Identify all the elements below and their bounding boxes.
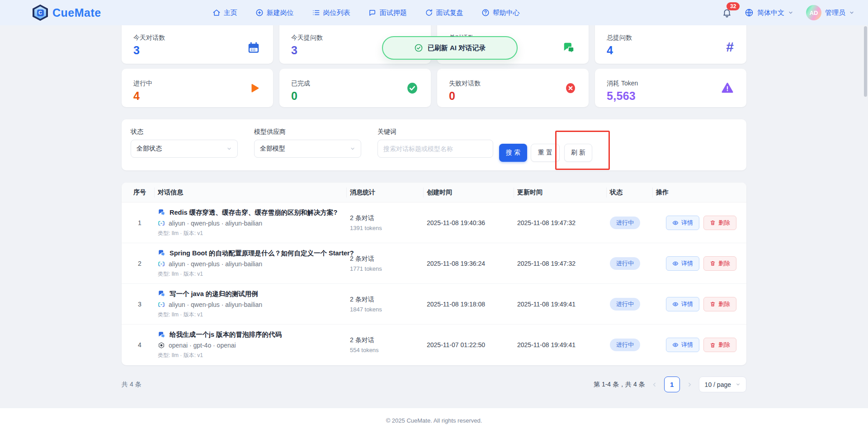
refresh-icon: [425, 9, 433, 17]
provider-filter-label: 模型供应商: [254, 128, 361, 136]
row-meta: 类型: llm · 版本: v1: [158, 352, 350, 359]
toast-notification: 已刷新 AI 对话记录: [382, 36, 518, 60]
home-icon: [212, 9, 221, 17]
nav-item-home[interactable]: 主页: [212, 9, 237, 17]
message-count: 2 条对话: [350, 296, 427, 304]
stat-value: 4: [133, 89, 261, 103]
toast-text: 已刷新 AI 对话记录: [428, 44, 486, 52]
detail-button[interactable]: 详情: [666, 216, 699, 230]
row-index: 2: [122, 243, 158, 283]
check-circle-icon: [406, 82, 418, 94]
cuemate-logo-icon: C: [33, 5, 48, 21]
total-count: 共 4 条: [122, 381, 142, 389]
page-footer: © 2025 CueMate. All rights reserved.: [0, 408, 868, 433]
token-count: 1771 tokens: [350, 265, 427, 272]
status-badge: 进行中: [610, 257, 640, 270]
play-icon: [249, 82, 260, 94]
aliyun-icon: [158, 301, 165, 308]
x-circle-icon: [565, 83, 576, 94]
next-page-button[interactable]: [686, 381, 693, 388]
eye-icon: [672, 301, 679, 307]
status-badge: 进行中: [610, 298, 640, 311]
detail-button[interactable]: 详情: [666, 297, 699, 311]
delete-button[interactable]: 删除: [703, 297, 736, 311]
row-index: 1: [122, 202, 158, 243]
table-row: 4 给我生成一个js 版本的冒泡排序的代码 openai · gpt-4o · …: [122, 325, 746, 365]
stats-row-status: 进行中 4 已完成 0 失败对话数 0 消耗 Token 5,563: [122, 69, 746, 107]
row-index: 3: [122, 284, 158, 324]
openai-icon: [158, 342, 165, 349]
created-time: 2025-11-08 19:18:08: [427, 284, 517, 324]
updated-time: 2025-11-08 19:49:41: [517, 325, 610, 365]
detail-button[interactable]: 详情: [666, 338, 699, 352]
copyright-text: © 2025 CueMate. All rights reserved.: [386, 417, 482, 424]
updated-time: 2025-11-08 19:47:32: [517, 202, 610, 243]
keyword-filter-label: 关键词: [377, 128, 493, 136]
provider-model-text: aliyun · qwen-plus · aliyun-bailian: [169, 220, 262, 227]
conversation-title[interactable]: Redis 缓存穿透、缓存击穿、缓存雪崩的区别和解决方案?: [170, 208, 337, 217]
chevron-down-icon: [736, 382, 741, 387]
chat-bubble-icon: [158, 331, 166, 339]
message-count: 2 条对话: [350, 336, 427, 344]
delete-button[interactable]: 删除: [703, 338, 736, 352]
brand-logo[interactable]: C CueMate: [33, 5, 101, 21]
created-time: 2025-11-08 19:36:24: [427, 243, 517, 283]
updated-time: 2025-11-08 19:49:41: [517, 284, 610, 324]
delete-button[interactable]: 删除: [703, 216, 736, 230]
stat-card-in-progress: 进行中 4: [122, 69, 273, 107]
stat-value: 0: [291, 89, 419, 103]
provider-model-text: aliyun · qwen-plus · aliyun-bailian: [169, 301, 262, 308]
notifications-button[interactable]: 32: [722, 8, 732, 18]
token-count: 554 tokens: [350, 347, 427, 353]
stat-value: 3: [133, 44, 261, 57]
chat-bubbles-green-icon: [562, 41, 576, 55]
created-time: 2025-11-07 01:22:50: [427, 325, 517, 365]
conversation-title[interactable]: Spring Boot 的自动配置原理是什么？如何自定义一个 Starter?: [170, 249, 354, 258]
provider-model-text: aliyun · qwen-plus · aliyun-bailian: [169, 260, 262, 268]
eye-icon: [672, 220, 679, 226]
stat-card-completed: 已完成 0: [279, 69, 431, 107]
nav-item-interview-review[interactable]: 面试复盘: [425, 9, 463, 17]
calendar-icon: [247, 41, 260, 55]
nav-item-interview-questions[interactable]: 面试押题: [368, 9, 407, 17]
notification-badge: 32: [726, 2, 740, 10]
chevron-down-icon: [849, 10, 854, 15]
page-number-button[interactable]: 1: [664, 377, 680, 392]
chat-bubble-icon: [368, 9, 377, 17]
row-meta: 类型: llm · 版本: v1: [158, 230, 350, 237]
user-menu[interactable]: AD 管理员: [806, 5, 854, 20]
detail-button[interactable]: 详情: [666, 256, 699, 271]
prev-page-button[interactable]: [651, 381, 658, 388]
nav-item-new-job[interactable]: 新建岗位: [255, 9, 294, 17]
conversation-title[interactable]: 给我生成一个js 版本的冒泡排序的代码: [170, 330, 282, 339]
conversation-title[interactable]: 写一个 java 的递归的测试用例: [170, 290, 258, 298]
search-button[interactable]: 搜 索: [499, 144, 527, 162]
nav-item-help-center[interactable]: 帮助中心: [481, 9, 520, 17]
row-meta: 类型: llm · 版本: v1: [158, 311, 350, 319]
stat-value: 5,563: [607, 89, 735, 103]
conversations-table: 序号 对话信息 消息统计 创建时间 更新时间 状态 操作 1 Redis 缓存穿…: [122, 183, 746, 365]
status-filter-select[interactable]: 全部状态: [131, 140, 238, 158]
main-nav: 主页 新建岗位 岗位列表 面试押题 面试复盘 帮助中心: [212, 9, 520, 17]
delete-button[interactable]: 删除: [703, 256, 736, 271]
nav-item-job-list[interactable]: 岗位列表: [312, 9, 350, 17]
updated-time: 2025-11-08 19:47:32: [517, 243, 610, 283]
chevron-down-icon: [350, 146, 355, 151]
stat-card-failed: 失败对话数 0: [437, 69, 589, 107]
chat-bubble-icon: [158, 290, 166, 298]
provider-filter-select[interactable]: 全部模型: [254, 140, 361, 158]
eye-icon: [672, 260, 679, 267]
language-selector[interactable]: 简体中文: [745, 8, 793, 17]
chat-bubble-icon: [158, 249, 166, 257]
pagination: 共 4 条 第 1-4 条，共 4 条 1 10 / page: [122, 377, 746, 392]
user-role-label: 管理员: [825, 9, 845, 17]
scrollbar-thumb[interactable]: [864, 26, 867, 97]
chevron-down-icon: [226, 146, 232, 151]
page-size-select[interactable]: 10 / page: [699, 377, 746, 392]
keyword-search-input[interactable]: [377, 140, 493, 158]
stat-card-tokens: 消耗 Token 5,563: [595, 69, 746, 107]
refresh-button[interactable]: 刷 新: [564, 144, 592, 162]
reset-button[interactable]: 重 置: [531, 144, 560, 162]
aliyun-icon: [158, 260, 165, 268]
globe-icon: [745, 8, 754, 17]
